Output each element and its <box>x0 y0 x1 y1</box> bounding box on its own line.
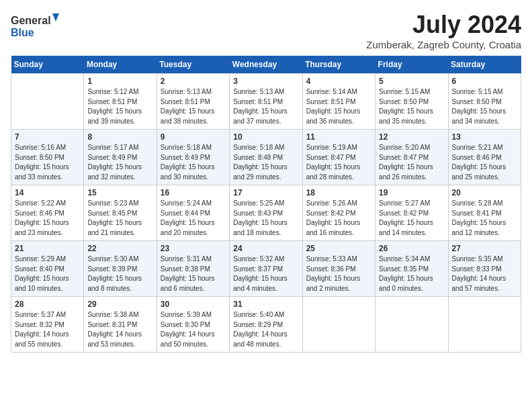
header-row: SundayMondayTuesdayWednesdayThursdayFrid… <box>11 56 521 74</box>
calendar-week-row: 7Sunrise: 5:16 AMSunset: 8:50 PMDaylight… <box>11 130 521 185</box>
day-info: Sunrise: 5:18 AMSunset: 8:48 PMDaylight:… <box>233 143 298 182</box>
calendar-cell <box>375 297 448 353</box>
day-info: Sunrise: 5:21 AMSunset: 8:46 PMDaylight:… <box>452 143 517 182</box>
day-info: Sunrise: 5:31 AMSunset: 8:38 PMDaylight:… <box>161 255 226 293</box>
day-number: 21 <box>15 244 80 253</box>
weekday-header: Thursday <box>302 56 375 74</box>
calendar-cell: 1Sunrise: 5:12 AMSunset: 8:51 PMDaylight… <box>84 74 157 130</box>
calendar-cell: 19Sunrise: 5:27 AMSunset: 8:42 PMDayligh… <box>375 185 448 241</box>
day-info: Sunrise: 5:13 AMSunset: 8:51 PMDaylight:… <box>233 87 298 126</box>
calendar-week-row: 28Sunrise: 5:37 AMSunset: 8:32 PMDayligh… <box>11 297 521 353</box>
day-number: 13 <box>452 132 517 142</box>
day-number: 1 <box>87 77 152 86</box>
svg-text:Blue: Blue <box>11 27 34 38</box>
calendar-cell: 21Sunrise: 5:29 AMSunset: 8:40 PMDayligh… <box>11 241 84 297</box>
day-info: Sunrise: 5:38 AMSunset: 8:31 PMDaylight:… <box>87 310 152 349</box>
day-number: 18 <box>306 188 371 197</box>
day-info: Sunrise: 5:27 AMSunset: 8:42 PMDaylight:… <box>379 199 444 238</box>
day-number: 24 <box>233 244 298 253</box>
calendar-week-row: 1Sunrise: 5:12 AMSunset: 8:51 PMDaylight… <box>11 74 521 130</box>
day-info: Sunrise: 5:24 AMSunset: 8:44 PMDaylight:… <box>161 199 226 238</box>
day-info: Sunrise: 5:14 AMSunset: 8:51 PMDaylight:… <box>306 87 371 126</box>
location-title: Zumberak, Zagreb County, Croatia <box>366 39 521 50</box>
svg-text:General: General <box>11 15 51 26</box>
calendar-cell: 31Sunrise: 5:40 AMSunset: 8:29 PMDayligh… <box>230 297 302 353</box>
title-block: July 2024 Zumberak, Zagreb County, Croat… <box>366 11 521 50</box>
calendar-cell <box>302 297 375 353</box>
calendar-week-row: 14Sunrise: 5:22 AMSunset: 8:46 PMDayligh… <box>11 185 521 241</box>
calendar-cell: 9Sunrise: 5:18 AMSunset: 8:49 PMDaylight… <box>157 130 229 185</box>
calendar-cell: 10Sunrise: 5:18 AMSunset: 8:48 PMDayligh… <box>230 130 302 185</box>
day-number: 20 <box>452 188 517 197</box>
day-info: Sunrise: 5:40 AMSunset: 8:29 PMDaylight:… <box>233 310 298 349</box>
day-info: Sunrise: 5:12 AMSunset: 8:51 PMDaylight:… <box>87 87 152 126</box>
weekday-header: Monday <box>84 56 157 74</box>
day-number: 2 <box>161 77 226 86</box>
weekday-header: Saturday <box>448 56 521 74</box>
calendar-cell: 28Sunrise: 5:37 AMSunset: 8:32 PMDayligh… <box>11 297 84 353</box>
day-number: 11 <box>306 132 371 142</box>
day-number: 12 <box>379 132 444 142</box>
day-info: Sunrise: 5:15 AMSunset: 8:50 PMDaylight:… <box>379 87 444 126</box>
day-number: 4 <box>306 77 371 86</box>
day-number: 8 <box>87 132 152 142</box>
svg-marker-2 <box>52 13 59 21</box>
weekday-header: Wednesday <box>230 56 302 74</box>
day-number: 30 <box>161 300 226 309</box>
calendar-cell: 3Sunrise: 5:13 AMSunset: 8:51 PMDaylight… <box>230 74 302 130</box>
day-number: 27 <box>452 244 517 253</box>
day-info: Sunrise: 5:34 AMSunset: 8:35 PMDaylight:… <box>379 255 444 293</box>
calendar-cell: 26Sunrise: 5:34 AMSunset: 8:35 PMDayligh… <box>375 241 448 297</box>
day-info: Sunrise: 5:17 AMSunset: 8:49 PMDaylight:… <box>87 143 152 182</box>
day-number: 23 <box>161 244 226 253</box>
weekday-header: Friday <box>375 56 448 74</box>
day-number: 31 <box>233 300 298 309</box>
day-number: 7 <box>15 132 80 142</box>
day-info: Sunrise: 5:13 AMSunset: 8:51 PMDaylight:… <box>161 87 226 126</box>
calendar-cell: 11Sunrise: 5:19 AMSunset: 8:47 PMDayligh… <box>302 130 375 185</box>
day-info: Sunrise: 5:20 AMSunset: 8:47 PMDaylight:… <box>379 143 444 182</box>
calendar-cell: 17Sunrise: 5:25 AMSunset: 8:43 PMDayligh… <box>230 185 302 241</box>
calendar-cell: 24Sunrise: 5:32 AMSunset: 8:37 PMDayligh… <box>230 241 302 297</box>
day-info: Sunrise: 5:16 AMSunset: 8:50 PMDaylight:… <box>15 143 80 182</box>
day-info: Sunrise: 5:39 AMSunset: 8:30 PMDaylight:… <box>161 310 226 349</box>
calendar-cell: 23Sunrise: 5:31 AMSunset: 8:38 PMDayligh… <box>157 241 229 297</box>
day-number: 26 <box>379 244 444 253</box>
logo: GeneralBlue <box>11 11 64 41</box>
calendar-cell: 14Sunrise: 5:22 AMSunset: 8:46 PMDayligh… <box>11 185 84 241</box>
day-number: 19 <box>379 188 444 197</box>
calendar-cell: 7Sunrise: 5:16 AMSunset: 8:50 PMDaylight… <box>11 130 84 185</box>
day-number: 5 <box>379 77 444 86</box>
calendar-cell: 4Sunrise: 5:14 AMSunset: 8:51 PMDaylight… <box>302 74 375 130</box>
day-number: 9 <box>161 132 226 142</box>
day-info: Sunrise: 5:15 AMSunset: 8:50 PMDaylight:… <box>452 87 517 126</box>
day-info: Sunrise: 5:26 AMSunset: 8:42 PMDaylight:… <box>306 199 371 238</box>
day-number: 28 <box>15 300 80 309</box>
day-info: Sunrise: 5:22 AMSunset: 8:46 PMDaylight:… <box>15 199 80 238</box>
day-number: 29 <box>87 300 152 309</box>
calendar-cell: 5Sunrise: 5:15 AMSunset: 8:50 PMDaylight… <box>375 74 448 130</box>
calendar-cell: 15Sunrise: 5:23 AMSunset: 8:45 PMDayligh… <box>84 185 157 241</box>
day-number: 25 <box>306 244 371 253</box>
day-number: 10 <box>233 132 298 142</box>
logo-svg: GeneralBlue <box>11 11 64 41</box>
calendar-cell: 27Sunrise: 5:35 AMSunset: 8:33 PMDayligh… <box>448 241 521 297</box>
page-header: GeneralBlue July 2024 Zumberak, Zagreb C… <box>11 11 521 50</box>
calendar-cell: 8Sunrise: 5:17 AMSunset: 8:49 PMDaylight… <box>84 130 157 185</box>
calendar-cell: 18Sunrise: 5:26 AMSunset: 8:42 PMDayligh… <box>302 185 375 241</box>
day-number: 3 <box>233 77 298 86</box>
calendar-cell: 16Sunrise: 5:24 AMSunset: 8:44 PMDayligh… <box>157 185 229 241</box>
calendar-cell: 22Sunrise: 5:30 AMSunset: 8:39 PMDayligh… <box>84 241 157 297</box>
day-info: Sunrise: 5:37 AMSunset: 8:32 PMDaylight:… <box>15 310 80 349</box>
day-number: 16 <box>161 188 226 197</box>
calendar-cell: 29Sunrise: 5:38 AMSunset: 8:31 PMDayligh… <box>84 297 157 353</box>
calendar-cell: 12Sunrise: 5:20 AMSunset: 8:47 PMDayligh… <box>375 130 448 185</box>
day-info: Sunrise: 5:25 AMSunset: 8:43 PMDaylight:… <box>233 199 298 238</box>
calendar-cell: 6Sunrise: 5:15 AMSunset: 8:50 PMDaylight… <box>448 74 521 130</box>
calendar-cell: 30Sunrise: 5:39 AMSunset: 8:30 PMDayligh… <box>157 297 229 353</box>
day-number: 6 <box>452 77 517 86</box>
day-info: Sunrise: 5:19 AMSunset: 8:47 PMDaylight:… <box>306 143 371 182</box>
day-info: Sunrise: 5:18 AMSunset: 8:49 PMDaylight:… <box>161 143 226 182</box>
day-info: Sunrise: 5:30 AMSunset: 8:39 PMDaylight:… <box>87 255 152 293</box>
day-number: 22 <box>87 244 152 253</box>
